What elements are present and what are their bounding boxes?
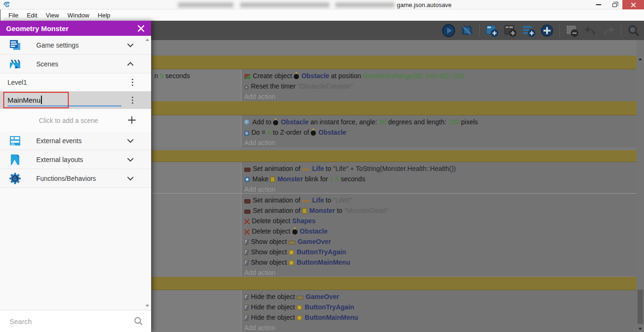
text-segment: Show object (251, 238, 289, 245)
events-sheet: n 5 secondsCreate object Obstacle at pos… (151, 40, 636, 332)
chevron-up-icon[interactable] (125, 58, 136, 70)
event-comment-banner[interactable] (152, 150, 636, 162)
event-block: Set animation of Life to "Life" + ToStri… (152, 162, 636, 193)
menu-view[interactable]: View (41, 12, 63, 19)
action-row[interactable]: Show object GameOver (242, 236, 636, 247)
add-scene-button[interactable]: Click to add a scene (0, 109, 151, 131)
delete-event-button[interactable] (564, 23, 580, 38)
text-segment: Obstacle (281, 118, 308, 126)
close-window-button[interactable] (622, 0, 644, 9)
action-row[interactable]: Set animation of Life to "Life0" (242, 195, 636, 205)
action-row[interactable]: Reset the timer "ObstacleCreation" (242, 81, 636, 91)
action-row[interactable]: Show object ButtonMainMenu (242, 257, 636, 267)
add-sub-event-icon (503, 24, 517, 38)
sidebar-item-label: Game settings (36, 41, 79, 49)
add-other-event-button[interactable] (539, 23, 555, 38)
action-row[interactable]: Hide the object ButtonTryAgain (242, 302, 636, 312)
action-row[interactable]: Show object ButtonTryAgain (242, 247, 636, 257)
scrollbar-thumb[interactable] (637, 290, 643, 324)
sidebar-item-external-layouts[interactable]: External layouts (0, 150, 151, 169)
scene-item-level1[interactable]: Level1 (0, 73, 151, 91)
gdevelop-logo-icon: G (3, 1, 10, 8)
search-events-button[interactable] (626, 23, 641, 38)
visibility-icon (244, 260, 249, 266)
event-comment-banner[interactable] (152, 277, 636, 290)
svg-text:G: G (5, 2, 9, 8)
text-segment: RandomInRange(80, 640-80);-100 (363, 72, 464, 80)
sidebar-item-external-events[interactable]: External events (0, 131, 151, 150)
preview-button[interactable] (441, 23, 456, 38)
restore-button[interactable] (607, 0, 621, 9)
chevron-down-icon[interactable] (125, 40, 136, 51)
action-row[interactable]: Delete object Shapes (242, 216, 636, 226)
action-row[interactable]: Hide the object GameOver (242, 292, 636, 302)
action-row[interactable]: Set animation of Life to "Life" + ToStri… (242, 163, 636, 174)
conditions-cell[interactable] (152, 290, 242, 332)
text-segment: Hide the object (251, 293, 297, 300)
events-scrollbar[interactable] (636, 40, 644, 332)
condition-row[interactable]: n 5 seconds (152, 71, 241, 81)
event-comment-banner[interactable] (152, 101, 636, 115)
conditions-cell[interactable]: n 5 seconds (152, 69, 242, 101)
restore-icon (612, 3, 617, 7)
more-options-icon[interactable] (132, 79, 134, 86)
search-input[interactable]: Search (9, 317, 133, 325)
menu-file[interactable]: File (4, 12, 23, 19)
scene-name-input[interactable]: MainMenu (8, 94, 42, 105)
text-segment: 90 (379, 118, 386, 126)
external-layouts-icon (8, 153, 22, 167)
search-icon[interactable] (133, 316, 144, 326)
action-row[interactable]: Set animation of Monster to "MonsterDead… (242, 205, 636, 216)
more-options-icon[interactable] (132, 97, 134, 104)
action-row[interactable]: Delete object Obstacle (242, 226, 636, 236)
close-panel-icon[interactable] (137, 24, 145, 32)
conditions-cell[interactable] (152, 162, 242, 193)
scene-item-editing[interactable]: MainMenu (0, 91, 151, 109)
panel-scrollbar[interactable] (145, 37, 150, 309)
scroll-up-icon[interactable] (638, 58, 642, 60)
scroll-up-icon[interactable] (145, 39, 149, 41)
add-sub-event-button[interactable] (503, 23, 518, 38)
text-segment: degrees and length: (386, 118, 449, 126)
undo-button[interactable] (583, 23, 598, 38)
menu-window[interactable]: Window (63, 12, 93, 19)
debug-icon (460, 24, 474, 38)
life-icon (302, 200, 310, 202)
text-segment: pixels (459, 118, 478, 126)
add-action-link[interactable]: Add action (242, 267, 636, 276)
chevron-down-icon[interactable] (125, 154, 136, 165)
redo-button[interactable] (601, 23, 616, 38)
action-row[interactable]: Make Monster blink for 1.5 seconds (242, 174, 636, 184)
minimize-button[interactable] (591, 0, 605, 9)
action-row[interactable]: Hide the object ButtonMainMenu (242, 312, 636, 323)
add-action-link[interactable]: Add action (242, 91, 636, 101)
add-action-link[interactable]: Add action (242, 184, 636, 193)
chevron-down-icon[interactable] (125, 135, 136, 146)
action-row[interactable]: Add to Obstacle an instant force, angle:… (242, 117, 636, 127)
svg-text:G: G (13, 176, 17, 181)
sidebar-item-scenes[interactable]: Scenes (0, 55, 151, 73)
scroll-down-icon[interactable] (638, 328, 642, 330)
add-action-link[interactable]: Add action (242, 323, 636, 332)
add-action-link[interactable]: Add action (242, 138, 636, 147)
text-segment: Set animation of (253, 196, 302, 204)
sidebar-item-functions-behaviors[interactable]: G Functions/Behaviors (0, 169, 151, 188)
event-comment-banner[interactable] (152, 56, 636, 69)
conditions-cell[interactable] (152, 194, 242, 276)
gameover-icon (289, 241, 295, 244)
text-segment: Show object (251, 259, 289, 266)
add-event-button[interactable] (484, 23, 499, 38)
add-comment-button[interactable] (521, 23, 536, 38)
debugger-button[interactable] (459, 23, 475, 38)
sidebar-item-game-settings[interactable]: Game settings (0, 36, 151, 55)
action-row[interactable]: Create object Obstacle at position Rando… (242, 71, 636, 81)
action-row[interactable]: Do = 4 to Z-order of Obstacle (242, 127, 636, 138)
text-segment: Set animation of (253, 165, 302, 172)
menu-help[interactable]: Help (94, 12, 115, 19)
menu-edit[interactable]: Edit (23, 12, 41, 19)
conditions-cell[interactable] (152, 115, 242, 147)
scroll-down-icon[interactable] (145, 305, 149, 307)
text-segment: to (324, 196, 333, 204)
plus-icon[interactable] (127, 115, 137, 125)
chevron-down-icon[interactable] (125, 173, 136, 184)
